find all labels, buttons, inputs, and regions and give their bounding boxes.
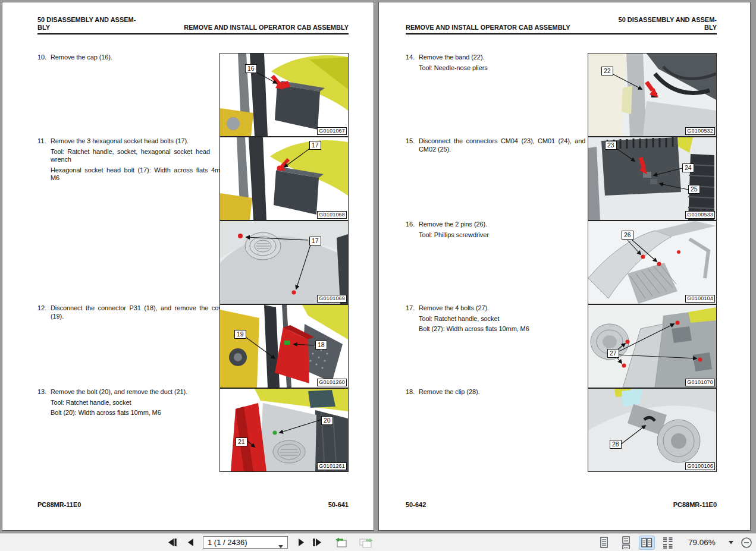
figure-code: G0101068	[317, 211, 347, 219]
step-13: 13. Remove the bolt (20), and remove the…	[37, 388, 215, 417]
next-page-icon	[296, 538, 305, 547]
figure-illustration: 21 20 G0101261	[219, 388, 349, 472]
figure-callout-label: 17	[309, 141, 321, 150]
step-number: 15.	[406, 137, 415, 146]
next-view-button[interactable]	[356, 536, 375, 549]
zoom-dropdown-caret[interactable]	[729, 541, 734, 544]
step-14: 14. Remove the band (22). Tool: Needle-n…	[406, 53, 583, 72]
continuous-layout-button[interactable]	[618, 535, 634, 550]
step-10: 10. Remove the cap (16).	[37, 53, 215, 62]
figure-code: G0101260	[317, 379, 347, 386]
continuous-layout-icon	[620, 536, 632, 549]
page-header-left: REMOVE AND INSTALL OPERATOR CAB ASSEMBLY	[406, 24, 570, 32]
step-text-line: Remove the clip (28).	[419, 388, 583, 396]
header-line: 50 DISASSEMBLY AND ASSEM-	[619, 16, 717, 24]
step-text-line: Remove the 2 pins (26).	[419, 221, 583, 229]
step-number: 16.	[406, 221, 415, 229]
page-navigation-group: 1 (1 / 2436)	[165, 534, 375, 551]
figure-callout-label: 16	[245, 64, 257, 73]
figure-callout-label: 22	[601, 67, 613, 75]
footer-page-number: 50-641	[328, 501, 349, 508]
step-text-line: Bolt (20): Width across flats 10mm, M6	[51, 409, 215, 417]
page-combobox-caret-icon[interactable]	[278, 541, 284, 550]
figure-illustration: 17 G0101069	[219, 221, 349, 304]
step-text-line: wrench	[51, 156, 215, 164]
step-text-line: Remove the 3 hexagonal socket head bolts…	[51, 137, 215, 146]
figure-callout-label: 21	[236, 437, 247, 446]
single-page-layout-icon	[598, 536, 610, 549]
figure-illustration: 26 G0100104	[588, 221, 717, 304]
facing-pages-layout-button[interactable]	[639, 536, 655, 550]
pdf-page-1: 50 DISASSEMBLY AND ASSEM- BLY REMOVE AND…	[2, 2, 374, 531]
previous-page-button[interactable]	[184, 537, 197, 548]
page-number-combobox[interactable]: 1 (1 / 2436)	[203, 536, 288, 549]
step-16: 16. Remove the 2 pins (26). Tool: Philli…	[406, 221, 583, 239]
figure-code: G0101069	[317, 295, 347, 303]
step-text-line: Tool: Needle-nose pliers	[419, 64, 583, 73]
step-text-line: Disconnect the connectors CM04 (23), CM0…	[419, 137, 583, 146]
figure-callout-label: 28	[610, 440, 622, 449]
figure-callout-label: 24	[682, 163, 694, 172]
page-header-left: 50 DISASSEMBLY AND ASSEM- BLY	[37, 16, 136, 32]
last-page-icon	[312, 538, 322, 547]
footer-model: PC88MR-11E0	[673, 501, 717, 508]
figure-art	[220, 389, 348, 471]
pdf-page-2: REMOVE AND INSTALL OPERATOR CAB ASSEMBLY…	[378, 2, 751, 531]
step-text-line: Tool: Phillips screwdriver	[419, 231, 583, 240]
continuous-facing-layout-icon	[661, 536, 675, 549]
step-15: 15. Disconnect the connectors CM04 (23),…	[406, 137, 583, 153]
step-text-line: Remove the band (22).	[419, 53, 583, 62]
figure-code: G0100104	[685, 295, 715, 303]
footer-model: PC88MR-11E0	[37, 501, 81, 508]
figure-callout-label: 19	[234, 330, 246, 339]
step-text-line: CM02 (25).	[419, 146, 583, 154]
continuous-facing-layout-button[interactable]	[660, 535, 676, 550]
figure-art	[588, 53, 716, 136]
facing-pages-layout-icon	[641, 537, 653, 549]
header-rule	[37, 33, 349, 34]
step-number: 11.	[37, 137, 46, 146]
step-text-line: Remove the bolt (20), and remove the duc…	[51, 388, 215, 396]
step-17: 17. Remove the 4 bolts (27). Tool: Ratch…	[406, 304, 583, 333]
figure-code: G0101067	[317, 127, 347, 135]
next-page-button[interactable]	[294, 537, 306, 548]
step-12: 12. Disconnect the connector P31 (18), a…	[37, 304, 215, 320]
previous-view-button[interactable]	[332, 536, 350, 549]
bottom-toolbar: 1 (1 / 2436)	[0, 533, 756, 551]
step-number: 13.	[37, 388, 46, 396]
figure-art	[588, 305, 716, 388]
header-line: BLY	[619, 24, 717, 32]
step-number: 17.	[406, 304, 415, 313]
view-zoom-group: 79.06%	[596, 534, 756, 551]
step-text-line: Bolt (27): Width across flats 10mm, M6	[419, 325, 583, 333]
figure-callout-label: 25	[688, 185, 700, 194]
step-number: 14.	[406, 53, 415, 62]
zoom-out-button[interactable]	[739, 536, 754, 550]
step-text-line: M6	[51, 174, 215, 182]
figure-art	[220, 305, 348, 388]
figure-callout-label: 27	[607, 349, 619, 358]
figure-callout-label: 20	[321, 416, 333, 425]
single-page-layout-button[interactable]	[596, 535, 612, 550]
step-text-line: Tool: Ratchet handle, socket	[51, 399, 215, 407]
last-page-button[interactable]	[310, 537, 324, 548]
figure-illustration: 22 G0100532	[588, 53, 717, 137]
figure-art	[220, 53, 348, 136]
figure-illustration: 28 G0100106	[588, 388, 717, 472]
header-line: BLY	[37, 24, 136, 32]
figure-art	[220, 221, 348, 304]
first-page-icon	[167, 538, 177, 547]
figure-callout-label: 23	[605, 141, 617, 150]
figure-code: G0100532	[685, 127, 715, 135]
step-number: 18.	[406, 388, 415, 396]
previous-view-icon	[334, 537, 349, 548]
first-page-button[interactable]	[165, 537, 179, 548]
figure-callout-label: 17	[309, 237, 321, 245]
figure-illustration: 16 G0101067	[219, 53, 349, 137]
figure-art	[588, 221, 716, 304]
page-header-right: 50 DISASSEMBLY AND ASSEM- BLY	[619, 16, 717, 32]
zoom-level-display[interactable]: 79.06%	[688, 538, 716, 547]
step-text-line: Tool: Ratchet handle, socket	[419, 315, 583, 323]
figure-illustration: 17 G0101068	[219, 137, 349, 221]
step-text-line: Remove the cap (16).	[51, 53, 215, 62]
